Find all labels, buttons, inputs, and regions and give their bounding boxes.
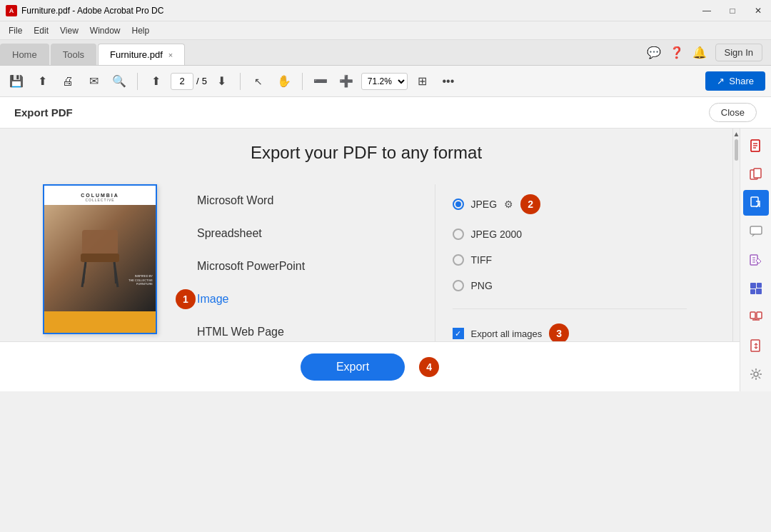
options-divider <box>453 308 687 309</box>
zoom-select[interactable]: 71.2% <box>361 73 408 90</box>
close-button[interactable]: ✕ <box>751 4 765 18</box>
svg-rect-28 <box>751 340 760 351</box>
email-button[interactable]: ✉ <box>83 71 104 92</box>
page-separator: / <box>196 76 199 86</box>
help-tab-icon[interactable]: ❓ <box>670 46 684 59</box>
sidebar-pdf-icon[interactable] <box>743 133 769 159</box>
svg-point-30 <box>754 372 758 376</box>
badge-3: 3 <box>549 323 569 343</box>
svg-rect-21 <box>757 283 762 288</box>
prev-page-button[interactable]: ⬆ <box>145 71 166 92</box>
search-button[interactable]: 🔍 <box>109 71 130 92</box>
option-jpeg[interactable]: JPEG ⚙ 2 <box>453 191 687 217</box>
upload-button[interactable]: ⬆ <box>31 71 53 92</box>
content-wrapper: Export your PDF to any format COLUMBIA C… <box>0 129 771 391</box>
page-navigation: / 5 <box>171 73 207 90</box>
window-title: Furniture.pdf - Adobe Acrobat Pro DC <box>21 6 163 16</box>
save-button[interactable]: 💾 <box>6 71 27 92</box>
svg-rect-11 <box>754 169 761 178</box>
svg-rect-23 <box>756 288 762 294</box>
sidebar-export-icon[interactable] <box>743 190 769 216</box>
option-jpeg2000[interactable]: JPEG 2000 <box>453 226 687 243</box>
svg-rect-0 <box>82 230 118 255</box>
format-image[interactable]: 1 Image <box>186 283 420 316</box>
badge-2: 2 <box>520 194 540 214</box>
menu-help[interactable]: Help <box>126 24 156 37</box>
sidebar-organize-icon[interactable] <box>743 304 769 330</box>
select-tool-button[interactable]: ↖ <box>248 71 269 92</box>
more-tools-button[interactable]: ••• <box>438 71 459 92</box>
panel-title: Export your PDF to any format <box>251 143 482 163</box>
option-tiff[interactable]: TIFF <box>453 251 687 268</box>
badge-1: 1 <box>176 289 196 309</box>
sign-in-button[interactable]: Sign In <box>715 44 762 61</box>
export-all-label: Export all images <box>471 328 543 339</box>
sidebar-comment-icon[interactable] <box>743 219 769 244</box>
radio-jpeg2000[interactable] <box>453 229 464 240</box>
export-all-checkbox[interactable]: ✓ <box>453 328 464 339</box>
next-page-button[interactable]: ⬇ <box>211 71 233 92</box>
jpeg-settings-icon[interactable]: ⚙ <box>504 199 513 210</box>
tab-home[interactable]: Home <box>0 44 49 65</box>
toolbar: 💾 ⬆ 🖨 ✉ 🔍 ⬆ / 5 ⬇ ↖ ✋ ➖ ➕ 71.2% ⊞ ••• ↗ … <box>0 66 771 97</box>
menu-view[interactable]: View <box>54 24 84 37</box>
share-icon: ↗ <box>717 76 725 86</box>
pdf-thumbnail: COLUMBIA COLLECTIVE <box>43 184 157 334</box>
maximize-button[interactable]: □ <box>725 4 740 18</box>
format-powerpoint[interactable]: Microsoft PowerPoint <box>186 250 420 283</box>
export-header: Export PDF Close <box>0 97 771 129</box>
radio-jpeg[interactable] <box>453 199 464 210</box>
toolbar-divider-2 <box>240 73 241 90</box>
svg-rect-25 <box>757 312 762 318</box>
notification-tab-icon[interactable]: 🔔 <box>692 46 707 59</box>
hand-tool-button[interactable]: ✋ <box>273 71 295 92</box>
close-export-button[interactable]: Close <box>709 103 757 122</box>
tab-furniture-pdf[interactable]: Furniture.pdf × <box>98 44 185 65</box>
comment-tab-icon[interactable]: 💬 <box>647 46 661 59</box>
thumb-brand-line2: COLLECTIVE <box>50 198 150 202</box>
option-png[interactable]: PNG <box>453 277 687 294</box>
right-sidebar <box>740 129 771 391</box>
scroll-up-button[interactable]: ▲ <box>733 130 740 138</box>
page-number-input[interactable] <box>171 73 193 90</box>
sidebar-organize-svg <box>749 310 763 324</box>
option-tiff-label: TIFF <box>471 254 493 266</box>
menu-file[interactable]: File <box>3 24 28 37</box>
format-word[interactable]: Microsoft Word <box>186 184 420 217</box>
zoom-in-button[interactable]: ➕ <box>336 71 357 92</box>
export-all-images-row: ✓ Export all images 3 <box>453 323 687 343</box>
radio-png[interactable] <box>453 280 464 291</box>
sidebar-pages-svg <box>749 167 763 181</box>
export-header-title: Export PDF <box>14 106 73 119</box>
menu-edit[interactable]: Edit <box>28 24 54 37</box>
sidebar-pages-icon[interactable] <box>743 161 769 187</box>
scroll-thumb[interactable] <box>735 139 738 161</box>
sidebar-compress-icon[interactable] <box>743 333 769 358</box>
tab-tools[interactable]: Tools <box>51 44 96 65</box>
tab-bar: Home Tools Furniture.pdf × 💬 ❓ 🔔 Sign In <box>0 40 771 66</box>
sidebar-edit-icon[interactable] <box>743 247 769 273</box>
fit-page-button[interactable]: ⊞ <box>412 71 433 92</box>
thumb-image: INSPIRED BYTHE COLLECTIVEFURNITURE <box>44 205 156 311</box>
chair-svg <box>75 226 125 291</box>
print-button[interactable]: 🖨 <box>57 71 79 92</box>
export-footer: Export 4 <box>0 341 740 391</box>
sidebar-tools-icon[interactable] <box>743 361 769 387</box>
thumb-brand-line1: COLUMBIA <box>50 193 150 198</box>
sidebar-teams-icon[interactable] <box>743 276 769 301</box>
minimize-button[interactable]: — <box>700 4 714 18</box>
svg-rect-1 <box>81 254 119 262</box>
share-button[interactable]: ↗ Share <box>705 71 765 91</box>
radio-tiff[interactable] <box>453 254 464 266</box>
option-jpeg-label: JPEG <box>471 199 498 210</box>
zoom-out-button[interactable]: ➖ <box>310 71 331 92</box>
tab-close-icon[interactable]: × <box>168 51 173 59</box>
toolbar-divider-1 <box>137 73 138 90</box>
badge-4: 4 <box>419 357 439 377</box>
menu-window[interactable]: Window <box>84 24 126 37</box>
export-button[interactable]: Export <box>301 353 405 381</box>
format-spreadsheet[interactable]: Spreadsheet <box>186 217 420 250</box>
sidebar-tools-svg <box>749 367 763 381</box>
sidebar-edit-svg <box>749 253 763 267</box>
sidebar-pdf-svg <box>749 139 763 153</box>
